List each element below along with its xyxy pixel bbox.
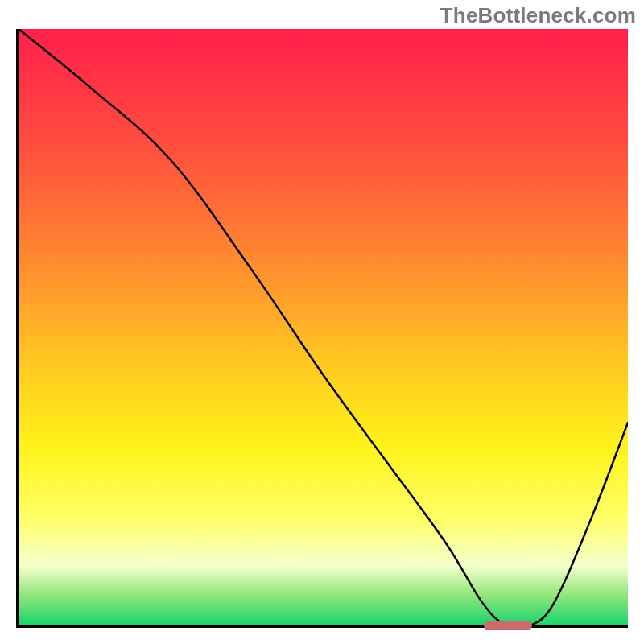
optimal-range-marker (484, 621, 533, 630)
plot-area (16, 29, 628, 628)
bottleneck-chart: TheBottleneck.com (0, 0, 644, 644)
watermark-text: TheBottleneck.com (440, 3, 636, 28)
gradient-background (19, 29, 628, 625)
plot-svg (19, 29, 628, 625)
